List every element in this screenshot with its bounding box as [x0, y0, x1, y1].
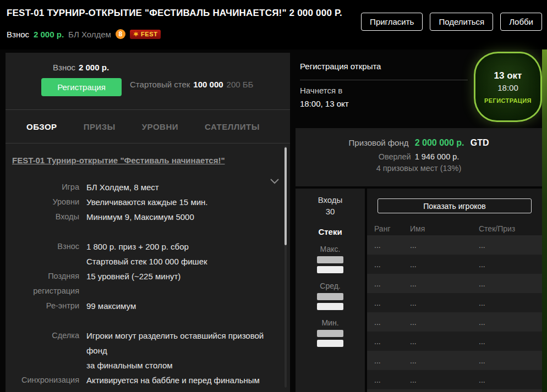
cell-stack-prize: ... — [479, 241, 542, 250]
tab-призы[interactable]: ПРИЗЫ — [84, 122, 116, 131]
invite-button[interactable]: Пригласить — [361, 13, 423, 31]
detail-value-line: 99 максимум — [86, 299, 136, 313]
stack-stat: Сред. — [296, 281, 365, 310]
detail-value-line: за финальным столом — [86, 358, 268, 373]
overview-tab-content: FEST-01 Турнир-открытие "Фестиваль начин… — [6, 143, 290, 391]
detail-row: Входы Минимум 9, Максимум 5000 — [12, 209, 268, 224]
table-row: ... ... ... — [367, 274, 542, 293]
table-header-cell: Имя — [410, 224, 479, 233]
badge-date: 13 окт — [494, 70, 522, 81]
detail-label: Ре-энтри — [12, 299, 79, 313]
registration-summary: Взнос2 000 р. Регистрация Стартовый стек… — [6, 53, 290, 110]
registration-status: Регистрация открыта — [300, 62, 381, 71]
scrollbar-thumb[interactable] — [285, 147, 287, 245]
detail-value-line: Минимум 9, Максимум 5000 — [86, 209, 194, 224]
details-list: Игра БЛ Холдем, 8 мест Уровни Увеличиваю… — [12, 180, 268, 388]
cell-name: ... — [410, 337, 479, 346]
register-button[interactable]: Регистрация — [41, 78, 122, 96]
tournament-lobby-window: FEST-01 ТУРНИР-ОТКРЫТИЕ "ФЕСТИВАЛЬ НАЧИН… — [0, 0, 547, 392]
stack-stat-placeholder-bar — [317, 303, 343, 310]
detail-label: Синхронизация — [12, 373, 79, 388]
game-type-label: БЛ Холдем — [68, 30, 111, 39]
detail-value-line: Стартовый стек 100 000 фишек — [86, 254, 207, 269]
fest-badge: FEST — [130, 30, 161, 39]
prize-pool-value: 2 000 000 р. — [415, 138, 464, 147]
detail-value: 1 800 р. приз + 200 р. сборСтартовый сте… — [86, 239, 207, 269]
detail-label: Сделка — [12, 328, 79, 373]
stack-stat-placeholder-bar — [317, 256, 343, 263]
page-title: FEST-01 ТУРНИР-ОТКРЫТИЕ "ФЕСТИВАЛЬ НАЧИН… — [7, 8, 342, 19]
tab-обзор[interactable]: ОБЗОР — [26, 122, 57, 131]
panel-buyin-label: Взнос — [53, 63, 75, 72]
detail-row: Взнос 1 800 р. приз + 200 р. сборСтартов… — [12, 239, 268, 269]
table-row: ... ... ... — [367, 389, 542, 392]
badge-status: РЕГИСТРАЦИЯ — [484, 97, 532, 104]
lobby-button[interactable]: Лобби — [500, 13, 542, 31]
cell-rank: ... — [374, 337, 410, 346]
overlay-line: Оверлей1 946 000 р. — [296, 152, 542, 161]
show-players-button[interactable]: Показать игроков — [378, 198, 532, 213]
detail-row: Игра БЛ Холдем, 8 мест — [12, 180, 268, 195]
detail-value: Игроки могут разделить оставшийся призов… — [86, 328, 268, 373]
chevron-down-icon[interactable] — [270, 179, 279, 184]
detail-value: 99 максимум — [86, 299, 136, 313]
detail-value-line: Увеличиваются каждые 15 мин. — [86, 195, 208, 209]
table-row: ... ... ... — [367, 293, 542, 312]
registration-status-block: Регистрация открыта Начнется в 18:00, 13… — [296, 53, 474, 125]
detail-row: Сделка Игроки могут разделить оставшийся… — [12, 328, 268, 373]
tab-уровни[interactable]: УРОВНИ — [142, 122, 178, 131]
stack-stat-placeholder-bar — [317, 266, 343, 273]
detail-label: Игра — [12, 180, 79, 195]
detail-value-line: Игроки могут разделить оставшийся призов… — [86, 328, 268, 358]
cell-name: ... — [410, 241, 479, 250]
share-button[interactable]: Поделиться — [430, 13, 493, 31]
cell-stack-prize: ... — [479, 337, 542, 346]
tab-сателлиты[interactable]: САТЕЛЛИТЫ — [205, 122, 260, 131]
prize-pool-panel: Призовой фонд 2 000 000 р. GTD Оверлей1 … — [296, 128, 542, 186]
starting-stack-bb: 200 ББ — [227, 80, 254, 89]
table-row: ... ... ... — [367, 235, 542, 255]
detail-row: Поздняя регистрация 15 уровней (~225 мин… — [12, 269, 268, 299]
table-row: ... ... ... — [367, 332, 542, 351]
cell-name: ... — [410, 318, 479, 327]
cell-rank: ... — [374, 299, 410, 307]
table-row: ... ... ... — [367, 255, 542, 274]
table-background-strip — [542, 49, 547, 392]
detail-value: 15 уровней (~225 минут) — [86, 269, 180, 299]
players-table-body: ... ... ... ... ... ... ... ... ... ... … — [367, 235, 542, 392]
entries-label: Входы — [296, 189, 365, 205]
overlay-label: Оверлей — [379, 152, 411, 161]
stack-stat-placeholder-bar — [317, 293, 343, 300]
table-header-cell: Стек/Приз — [479, 224, 542, 233]
cell-rank: ... — [374, 376, 410, 384]
stack-stats-list: Макс. Сред. Мин. — [296, 245, 365, 347]
detail-row: Уровни Увеличиваются каждые 15 мин. — [12, 195, 268, 209]
header: FEST-01 ТУРНИР-ОТКРЫТИЕ "ФЕСТИВАЛЬ НАЧИН… — [0, 0, 547, 49]
start-time-badge: 13 окт 18:00 РЕГИСТРАЦИЯ — [474, 52, 542, 122]
starts-label: Начнется в — [300, 86, 342, 95]
leaf-icon — [133, 31, 139, 37]
cell-stack-prize: ... — [479, 376, 542, 384]
starts-value: 18:00, 13 окт — [300, 99, 349, 108]
players-table-panel: Показать игроков РангИмяСтек/Приз ... ..… — [367, 189, 542, 392]
detail-value-line: 15 уровней (~225 минут) — [86, 269, 180, 284]
header-buyin-value: 2 000 р. — [34, 30, 64, 39]
detail-value-line: 1 800 р. приз + 200 р. сбор — [86, 239, 207, 254]
header-actions: Пригласить Поделиться Лобби — [361, 13, 542, 31]
entries-stacks-panel: Входы 30 Стеки Макс. Сред. Мин. — [296, 189, 365, 392]
detail-value: Увеличиваются каждые 15 мин. — [86, 195, 208, 209]
cell-name: ... — [410, 376, 479, 384]
detail-label: Уровни — [12, 195, 79, 209]
prize-pool-label: Призовой фонд — [349, 138, 409, 147]
detail-value: Минимум 9, Максимум 5000 — [86, 209, 194, 224]
paid-places: 4 призовых мест (13%) — [296, 164, 542, 173]
eight-max-badge: 8 — [116, 29, 125, 39]
detail-value-line: Активируется на баббле и перед финальным — [86, 373, 260, 388]
detail-value-line: БЛ Холдем, 8 мест — [86, 180, 159, 195]
detail-label: Поздняя регистрация — [12, 269, 79, 299]
cell-rank: ... — [374, 356, 410, 365]
overlay-value: 1 946 000 р. — [415, 152, 460, 161]
stack-stat-placeholder-bar — [317, 330, 343, 337]
tournament-description-link[interactable]: FEST-01 Турнир-открытие "Фестиваль начин… — [12, 153, 232, 168]
cell-name: ... — [410, 279, 479, 288]
